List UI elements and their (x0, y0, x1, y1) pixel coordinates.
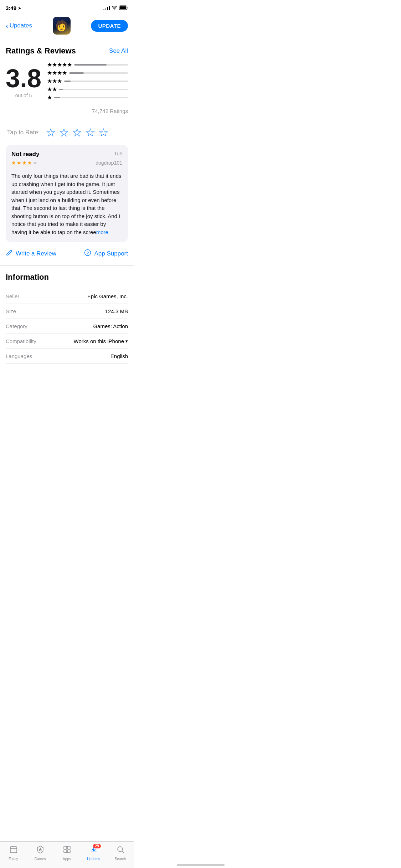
svg-rect-2 (120, 6, 126, 9)
chevron-down-icon: ▾ (125, 339, 128, 344)
content-area: Ratings & Reviews See All 3.8 out of 5 ★… (0, 39, 134, 399)
wifi-icon (112, 5, 117, 11)
write-review-label: Write a Review (16, 250, 56, 257)
rate-star-5[interactable]: ☆ (98, 126, 109, 139)
back-label: Updates (10, 22, 32, 29)
rate-star-3[interactable]: ☆ (72, 126, 82, 139)
rate-star-2[interactable]: ☆ (59, 126, 69, 139)
ratings-header: Ratings & Reviews See All (6, 46, 128, 56)
signal-bar-4 (109, 6, 110, 10)
app-support-label: App Support (94, 250, 128, 257)
total-ratings: 74,742 Ratings (6, 108, 128, 114)
review-star-4: ★ (27, 160, 32, 166)
review-card: Not ready Tue ★ ★ ★ ★ ★ dogdrop101 The o… (6, 145, 128, 242)
size-value: 124.3 MB (105, 308, 128, 314)
app-support-icon: ? (84, 249, 91, 258)
status-icons (103, 5, 128, 11)
write-review-icon (6, 249, 13, 258)
size-label: Size (6, 308, 16, 314)
ratings-title: Ratings & Reviews (6, 46, 76, 56)
bar-row-4: ★★★★ (47, 69, 128, 76)
info-row-category: Category Games: Action (6, 319, 128, 334)
compatibility-label: Compatibility (6, 338, 36, 344)
review-more[interactable]: more (96, 229, 108, 235)
signal-bar-1 (103, 9, 104, 10)
nav-header: ‹ Updates 🧑 UPDATE (0, 14, 134, 39)
ratings-divider (6, 120, 128, 120)
review-author: dogdrop101 (96, 160, 122, 166)
rating-bars: ★★★★★ ★★★★ ★★★ ★★ ★ (47, 61, 128, 102)
rating-outof: out of 5 (6, 93, 41, 98)
info-divider (0, 265, 134, 265)
app-icon: 🧑 (53, 17, 71, 35)
review-header: Not ready Tue (11, 151, 122, 158)
svg-rect-1 (127, 7, 128, 9)
bar-row-2: ★★ (47, 86, 128, 93)
info-row-seller: Seller Epic Games, Inc. (6, 289, 128, 304)
review-title: Not ready (11, 151, 39, 158)
signal-bar-2 (105, 8, 106, 10)
bar-row-5: ★★★★★ (47, 61, 128, 68)
battery-icon (119, 5, 128, 11)
info-title: Information (6, 273, 128, 282)
ratings-section: Ratings & Reviews See All 3.8 out of 5 ★… (0, 39, 134, 265)
status-time: 3:49 (6, 5, 16, 11)
review-date: Tue (114, 151, 122, 158)
see-all-button[interactable]: See All (109, 47, 128, 55)
languages-value: English (110, 353, 128, 359)
signal-bar-3 (107, 7, 108, 10)
rating-number: 3.8 (6, 66, 41, 91)
app-face: 🧑 (55, 20, 68, 32)
big-rating: 3.8 out of 5 (6, 66, 41, 98)
review-star-1: ★ (11, 160, 16, 166)
bar-row-1: ★ (47, 94, 128, 101)
back-button[interactable]: ‹ Updates (6, 22, 32, 30)
tap-to-rate-label: Tap to Rate: (7, 129, 40, 136)
info-section: Information Seller Epic Games, Inc. Size… (0, 273, 134, 364)
ratings-overview: 3.8 out of 5 ★★★★★ ★★★★ ★★★ ★★ (6, 61, 128, 102)
app-support-button[interactable]: ? App Support (84, 249, 128, 258)
review-star-3: ★ (22, 160, 27, 166)
status-bar: 3:49 ➤ (0, 0, 134, 14)
review-star-5-empty: ★ (33, 160, 37, 166)
review-meta: ★ ★ ★ ★ ★ dogdrop101 (11, 160, 122, 169)
seller-label: Seller (6, 293, 19, 299)
info-row-compatibility[interactable]: Compatibility Works on this iPhone ▾ (6, 334, 128, 349)
review-body: The only four things that are bad is tha… (11, 172, 122, 236)
signal-bars (103, 6, 110, 10)
svg-text:?: ? (87, 251, 89, 255)
rate-star-4[interactable]: ☆ (85, 126, 96, 139)
write-review-button[interactable]: Write a Review (6, 249, 56, 258)
chevron-left-icon: ‹ (6, 22, 8, 30)
rate-star-1[interactable]: ☆ (46, 126, 56, 139)
review-star-2: ★ (17, 160, 21, 166)
tap-to-rate: Tap to Rate: ☆ ☆ ☆ ☆ ☆ (6, 126, 128, 139)
compatibility-value[interactable]: Works on this iPhone ▾ (74, 338, 128, 344)
location-icon: ➤ (18, 6, 21, 11)
review-stars: ★ ★ ★ ★ ★ (11, 160, 37, 166)
info-row-size: Size 124.3 MB (6, 304, 128, 319)
rate-stars[interactable]: ☆ ☆ ☆ ☆ ☆ (46, 126, 109, 139)
update-button[interactable]: UPDATE (91, 20, 128, 32)
bar-row-3: ★★★ (47, 78, 128, 84)
category-label: Category (6, 323, 27, 329)
category-value: Games: Action (93, 323, 128, 329)
seller-value: Epic Games, Inc. (87, 293, 128, 299)
languages-label: Languages (6, 353, 32, 359)
compatibility-text: Works on this iPhone (74, 338, 124, 344)
actions-row: Write a Review ? App Support (6, 248, 128, 265)
info-row-languages: Languages English (6, 349, 128, 364)
